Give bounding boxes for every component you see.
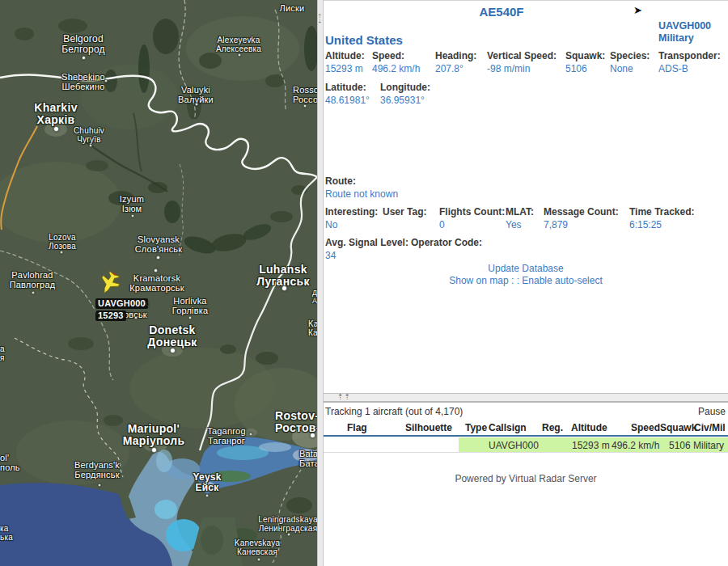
city-dot-pavlohrad [32,291,35,294]
map-label-leningradskaya: LeningradskayaЛенинградская [258,515,317,533]
city-dot-rossosh [303,104,307,108]
aircraft-registration-block: UAVGH000 Military [658,20,711,44]
field-mlat: MLAT:Yes [506,206,534,230]
update-database-link[interactable]: Update Database [324,263,728,274]
col-header-speed[interactable]: Speed [631,422,660,433]
field-transponder: Transponder:ADS-B [658,50,721,74]
map-label-rossosh: RossoshРоссош [293,85,317,104]
aircraft-map-label-callsign[interactable]: UAVGH000 [95,298,148,309]
col-header-silhouette[interactable]: Silhouette [405,422,452,433]
update-database-link-text[interactable]: Update Database [488,263,563,274]
row-cell-callsign[interactable]: UAVGH000 [489,440,539,451]
map-label-donetsk: DonetskДонецьк [147,324,197,349]
map-label-rostov: Rostov-oРостов-н [275,410,317,435]
map-label-shebekino: ShebekinoШебекино [61,72,105,91]
map-label-fragment-left: каька [0,524,13,542]
col-header-civmil[interactable]: Civ/Mil [694,422,726,433]
aircraft-map-label-altitude[interactable]: 15293 [95,310,126,321]
field-altitude: Altitude:15293 m [325,50,365,74]
field-longitude: Longitude:36.95931° [380,82,430,106]
field-species: Species:None [610,50,650,74]
map-label-belgorod: BelgorodБелгород [61,34,105,55]
map-label-pavlohrad: PavlohradПавлоград [10,270,56,289]
city-dot-lozova [60,251,63,254]
map-label-chuhuiv: ChuhuivЧугуїв [74,126,104,144]
col-header-reg[interactable]: Reg. [542,422,563,433]
field-squawk: Squawk:5106 [565,50,605,74]
map-label-horlivka: HorlivkaГорлівка [172,296,209,315]
splitter-grip-icon[interactable]: ⇠⇢ [318,14,323,23]
city-dot-slovyansk [156,256,160,260]
map-label-slovyansk: SlovyanskСлов'янськ [135,234,183,254]
col-header-flag[interactable]: Flag [347,422,367,433]
category-value: Military [658,32,711,44]
field-interesting: Interesting:No [325,206,378,230]
map-label-bataysk: BataБата [299,449,317,468]
col-header-callsign[interactable]: Callsign [489,422,527,433]
map-label-taganrog: TaganrogТаганрог [207,426,245,446]
aircraft-marker-icon[interactable] [94,268,125,299]
row-cell-civmil[interactable]: Military [693,440,724,451]
table-header-rule [324,435,728,437]
city-dot-kramatorsk [154,268,158,272]
city-dot-berdyansk [98,484,101,487]
map-label-yeysk: YeyskЕйск [193,472,221,493]
field-route: Route:Route not known [325,175,398,200]
map-label-alexeyevka: AlexeyevkaАлексеевка [216,36,261,53]
col-header-type[interactable]: Type [465,422,487,433]
field-flights-count: Flights Count:0 [439,206,505,230]
field-vertical-speed: Vertical Speed:-98 m/min [487,50,557,74]
city-dot-izyum [131,214,134,218]
field-user-tag: User Tag: [383,206,426,219]
show-on-map-link[interactable]: Show on map [449,275,508,286]
country-name: United States [325,33,403,47]
chevron-right-icon[interactable]: ➤ [633,4,642,16]
vertical-splitter[interactable]: ⇠⇢ [317,0,324,566]
city-dot-horlivka [188,316,192,319]
city-dot-mariupol [151,447,157,453]
field-message-count: Message Count:7,879 [544,206,619,230]
splitter-up-icon[interactable]: ⇡⇡ [337,394,351,401]
row-divider [324,452,728,453]
col-header-squawk[interactable]: Squawk [660,422,696,433]
horizontal-splitter[interactable]: ⇡⇡ [324,393,728,402]
registration-value: UAVGH000 [658,20,711,32]
map-label-valuyki: ValuykiВалуйки [178,85,214,104]
city-dot-valuyki [195,103,198,106]
city-dot-taganrog [249,433,252,436]
map-label-berdyansk: Berdyans'kБердянськ [74,460,120,479]
aircraft-title: AE540F [324,5,679,19]
map-label-liski: Лиски [280,3,305,13]
field-operator-code: Operator Code: [411,237,482,250]
map-links-row: Show on map : : Enable auto-select [324,275,728,286]
map-label-kharkiv: KharkivХарків [34,102,77,127]
map-label-mariupol: Mariupol'Маріуполь [123,423,185,448]
map-canvas[interactable]: Лиски BelgorodБелгород AlexeyevkaАлексее… [0,0,317,566]
city-dot-pokrovsk [134,316,138,319]
row-cell-squawk[interactable]: 5106 [669,440,691,451]
city-dot-yeysk [205,494,209,497]
row-cell-altitude[interactable]: 15293 m [572,440,610,451]
virtual-radar-app: Лиски BelgorodБелгород AlexeyevkaАлексее… [0,0,728,566]
city-dot-leningradskaya [287,533,290,536]
field-heading: Heading:207.8° [435,50,476,74]
pause-button[interactable]: Pause [698,406,726,417]
city-dot-belgorod [82,56,86,60]
map-label-fragment-zaporizhia: ая [0,344,5,362]
map-label-izyum: IzyumІзюм [120,194,144,213]
city-dot-alexeyevka [238,53,241,57]
row-cell-speed[interactable]: 496.2 km/h [612,440,659,451]
col-header-altitude[interactable]: Altitude [571,422,607,433]
aircraft-detail-panel: AE540F ➤ UAVGH000 Military United States… [324,0,728,393]
city-dot-shebekino [104,79,108,82]
city-dot-kharkiv [53,126,59,132]
city-dot-kanevskaya [257,558,260,561]
map-label-kramatorsk: KramatorskКраматорськ [129,273,184,293]
powered-by-text: Powered by Virtual Radar Server [324,473,728,484]
field-latitude: Latitude:48.61981° [325,82,370,106]
city-dot-rostov [310,433,315,438]
enable-auto-select-link[interactable]: Enable auto-select [522,275,602,286]
aircraft-list-panel: Tracking 1 aircraft (out of 4,170) Pause… [324,402,728,566]
field-time-tracked: Time Tracked:6:15:25 [629,206,694,230]
field-speed: Speed:496.2 km/h [372,50,420,74]
